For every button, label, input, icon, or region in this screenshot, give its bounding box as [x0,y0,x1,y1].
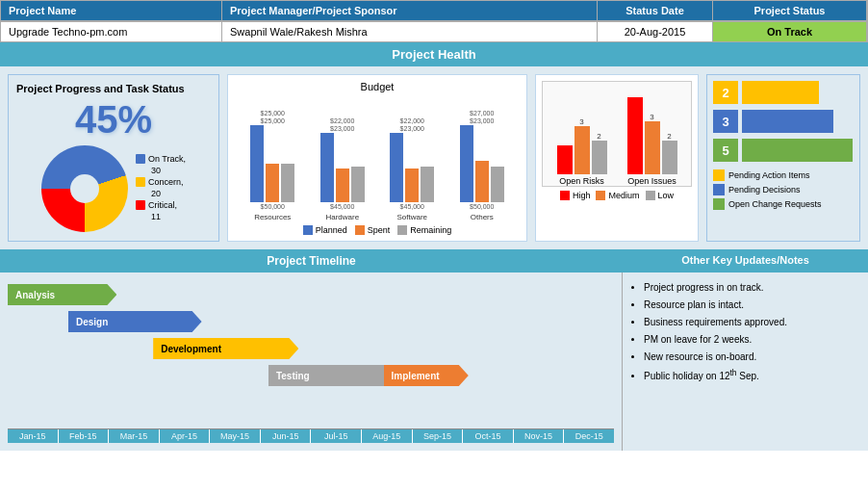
open-issues-label: Open Issues [627,176,677,186]
header-values-row: Upgrade Techno-pm.com Swapnil Wale/Rakes… [0,21,868,42]
month-aug: Aug-15 [362,429,413,443]
bar-others-planned [460,125,473,202]
bar-group-software: $22,000 $23,000 $45,000 Software [390,117,434,221]
legend-action-items: Pending Action Items [728,170,810,180]
bar-label-others: Others [471,213,494,221]
open-issues-group: 3 2 Open Issues [627,97,677,186]
bar-hardware-remaining [351,167,365,202]
month-oct: Oct-15 [463,429,514,443]
bar-label-hardware: Hardware [325,213,359,221]
project-name-label: Project Name [1,1,222,20]
notes-header: Other Key Updates/Notes [623,249,868,272]
legend-high: High [573,191,591,200]
decisions-count: 3 [713,110,738,133]
risk-chart-area: 3 2 Open Risks [542,81,692,187]
legend-on-track: On Track, [148,154,186,164]
tl-bar-analysis: Analysis [8,284,116,305]
summary-change-row: 5 [713,139,854,162]
percent-display: 45% [16,98,211,142]
timeline-bars: Analysis Design Development Testing Impl… [8,280,614,425]
bar-software-planned [390,133,403,202]
budget-legend: Planned Spent Remaining [234,225,521,235]
month-feb: Feb-15 [59,429,110,443]
legend-critical: Critical, [148,200,177,210]
tl-bar-development: Development [153,338,298,359]
progress-title: Project Progress and Task Status [16,83,211,94]
project-name-value: Upgrade Techno-pm.com [1,22,222,41]
note-4: PM on leave for 2 weeks. [644,332,860,348]
bar-group-others: $27,000 $23,000 $50,000 Others [460,110,504,221]
risk-medium-bar [574,126,590,174]
month-jan: Jan-15 [8,429,59,443]
legend-concern: Concern, [148,177,184,187]
action-count: 2 [713,81,738,104]
budget-bar-chart: $25,000 $25,000 $50,000 Resources $22,00… [234,96,521,221]
legend-low: Low [658,191,675,200]
risk-panel: 3 2 Open Risks [535,74,699,242]
bottom-section: Analysis Design Development Testing Impl… [0,272,868,451]
legend-remaining: Remaining [410,225,451,235]
month-dec: Dec-15 [564,429,614,443]
month-may: May-15 [210,429,261,443]
bar-resources-spent [266,164,279,202]
manager-value: Swapnil Wale/Rakesh Mishra [222,22,598,41]
note-5: New resource is on-board. [644,350,860,365]
header-row: Project Name Project Manager/Project Spo… [0,0,868,21]
bar-others-spent [475,161,489,202]
legend-open-change: Open Change Requests [728,199,822,209]
manager-label: Project Manager/Project Sponsor [222,1,598,20]
open-risks-group: 3 2 Open Risks [557,117,607,186]
summary-decisions-row: 3 [713,110,854,133]
note-1: Project progress in on track. [644,280,860,296]
bar-others-remaining [491,167,504,202]
pie-container: On Track, 30 Concern, 20 Critical, 11 [16,145,211,232]
bar-label-resources: Resources [254,213,291,221]
issue-high-bar [627,97,643,174]
bar-software-remaining [421,167,434,202]
bar-group-hardware: $22,000 $23,000 $45,000 Hardware [320,117,365,221]
tl-bar-design: Design [68,311,202,332]
legend-spent: Spent [368,225,391,235]
bar-group-resources: $25,000 $25,000 $50,000 Resources [250,110,294,221]
progress-panel: Project Progress and Task Status 45% On … [8,74,219,242]
timeline-axis: Jan-15 Feb-15 Mar-15 Apr-15 May-15 Jun-1… [8,428,614,443]
month-jul: Jul-15 [311,429,362,443]
pie-chart [41,145,128,232]
month-nov: Nov-15 [514,429,565,443]
month-jun: Jun-15 [261,429,312,443]
bar-hardware-spent [336,169,349,202]
issue-medium-bar [645,121,660,174]
note-6: Public holiday on 12th Sep. [644,367,860,384]
bar-label-software: Software [396,213,427,221]
change-bar [742,139,853,162]
summary-action-row: 2 [713,81,854,104]
pie-legend: On Track, 30 Concern, 20 Critical, 11 [136,154,186,223]
status-label: Project Status [713,1,867,20]
bar-software-spent [405,169,419,202]
notes-section: Project progress in on track. Resource p… [623,272,868,451]
date-value: 20-Aug-2015 [598,22,713,41]
bar-resources-planned [250,125,264,202]
open-risks-label: Open Risks [559,176,604,186]
status-value: On Track [713,22,867,41]
risk-low-bar [592,141,607,174]
budget-panel: Budget $25,000 $25,000 $50,000 Resources [227,74,527,242]
project-health-header: Project Health [0,42,868,66]
bottom-header: Project Timeline Other Key Updates/Notes [0,249,868,272]
risk-legend: High Medium Low [542,191,692,200]
legend-planned: Planned [316,225,347,235]
decisions-bar [742,110,833,133]
bar-hardware-planned [320,133,334,202]
summary-legend: Pending Action Items Pending Decisions O… [713,169,854,210]
bar-resources-remaining [281,164,294,202]
month-apr: Apr-15 [160,429,211,443]
note-3: Business requirements approved. [644,315,860,330]
month-mar: Mar-15 [109,429,160,443]
change-count: 5 [713,139,738,162]
timeline-section: Analysis Design Development Testing Impl… [0,272,623,451]
action-bar [742,81,819,104]
summary-panel: 2 3 5 Pending Action Items Pending Decis… [706,74,860,242]
issue-low-bar [662,141,677,174]
budget-title: Budget [234,81,521,92]
tl-bar-implement: Implement [384,365,469,386]
